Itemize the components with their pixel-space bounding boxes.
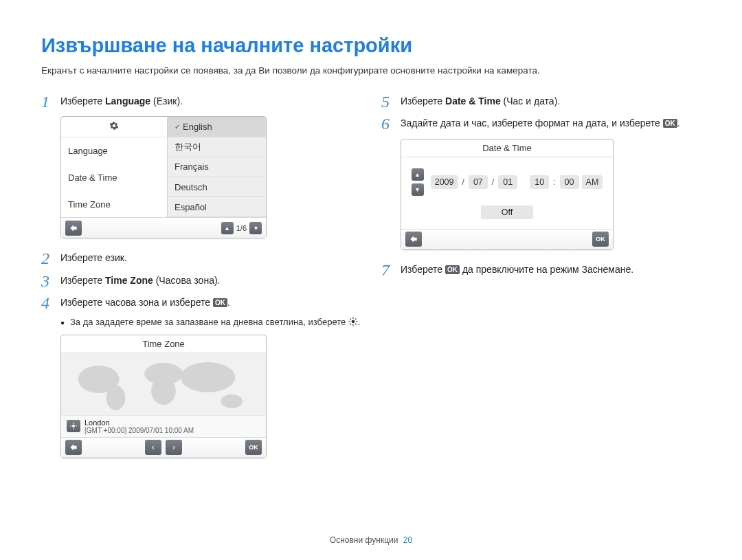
bullet-icon: ● (60, 317, 70, 329)
step-4-suffix: . (227, 297, 230, 308)
step-3-bold: Time Zone (105, 275, 153, 286)
page-up-button[interactable]: ▴ (221, 222, 234, 234)
step-5-suffix: (Час и дата). (501, 96, 561, 107)
language-screen: Language Date & Time Time Zone English 한… (60, 116, 267, 238)
menu-date-time[interactable]: Date & Time (61, 164, 167, 191)
date-sep: / (491, 177, 495, 187)
step-number: 1 (41, 93, 60, 111)
day-field[interactable]: 01 (498, 175, 517, 189)
step-2-text: Изберете език. (60, 249, 127, 263)
step-4b-text: За да зададете време за запазване на дне… (70, 317, 348, 327)
tz-city: London (85, 418, 194, 427)
step-6: 6 Задайте дата и час, изберете формат на… (381, 115, 701, 133)
ok-icon: OK (663, 119, 677, 128)
step-7-text-a: Изберете (401, 264, 445, 275)
tz-gmt-info: [GMT +00:00] 2009/07/01 10:00 AM (85, 427, 194, 434)
hour-field[interactable]: 10 (530, 175, 549, 189)
step-4-bullet: ● За да зададете време за запазване на д… (60, 317, 361, 329)
svg-line-8 (355, 318, 357, 320)
minute-field[interactable]: 00 (560, 175, 579, 189)
tz-info-bar: London [GMT +00:00] 2009/07/01 10:00 AM (61, 415, 266, 437)
sun-icon (348, 317, 358, 328)
timezone-screen: Time Zone (60, 335, 267, 458)
step-3-prefix: Изберете (60, 275, 105, 286)
menu-time-zone[interactable]: Time Zone (61, 191, 167, 218)
prev-button[interactable]: ‹ (145, 440, 161, 455)
date-format-off[interactable]: Off (481, 205, 533, 219)
value-down-button[interactable]: ▾ (412, 183, 424, 196)
svg-line-5 (350, 318, 351, 320)
pager: ▴ 1/6 ▾ (221, 222, 262, 234)
time-sep: : (552, 177, 556, 187)
step-3-suffix: (Часова зона). (153, 275, 221, 286)
svg-point-13 (151, 377, 176, 405)
lang-espanol[interactable]: Español (168, 197, 266, 217)
ok-button[interactable]: OK (245, 440, 262, 455)
ok-button[interactable]: OK (592, 232, 609, 247)
step-number: 4 (41, 294, 60, 312)
page-down-button[interactable]: ▾ (249, 222, 262, 234)
step-6-text-b: . (677, 117, 680, 128)
year-field[interactable]: 2009 (431, 175, 458, 189)
step-1: 1 Изберете Language (Език). (41, 93, 361, 111)
step-5: 5 Изберете Date & Time (Час и дата). (381, 93, 701, 111)
step-7: 7 Изберете OK да превключите на режим За… (381, 261, 701, 279)
settings-header (61, 117, 167, 137)
dst-button[interactable] (67, 420, 80, 432)
step-4-prefix: Изберете часова зона и изберете (60, 297, 213, 308)
step-2: 2 Изберете език. (41, 249, 361, 267)
page-footer: Основни функции 20 (0, 535, 742, 545)
step-3: 3 Изберете Time Zone (Часова зона). (41, 272, 361, 290)
lang-korean[interactable]: 한국어 (168, 137, 266, 157)
pager-label: 1/6 (236, 224, 247, 232)
date-sep: / (461, 177, 466, 187)
footer-label: Основни функции (330, 535, 398, 545)
back-button[interactable] (65, 440, 82, 455)
tz-title: Time Zone (61, 335, 266, 353)
lang-english[interactable]: English (168, 117, 266, 137)
step-6-text-a: Задайте дата и час, изберете формат на д… (401, 117, 663, 128)
page-title: Извършване на началните настройки (41, 34, 701, 57)
intro-text: Екранът с началните настройки се появява… (41, 65, 701, 76)
step-5-bold: Date & Time (445, 96, 501, 107)
month-field[interactable]: 07 (469, 175, 488, 189)
next-button[interactable]: › (166, 440, 182, 455)
footer-page-number: 20 (403, 535, 412, 545)
step-4: 4 Изберете часова зона и изберете OK. (41, 294, 361, 312)
svg-point-0 (351, 320, 355, 323)
value-up-button[interactable]: ▴ (412, 168, 424, 181)
lang-francais[interactable]: Français (168, 157, 266, 177)
back-button[interactable] (405, 232, 422, 247)
step-7-text-b: да превключите на режим Заснемане. (460, 264, 633, 275)
ok-icon: OK (213, 298, 227, 307)
step-1-suffix: (Език). (150, 96, 183, 107)
svg-line-7 (350, 323, 351, 324)
step-number: 6 (381, 115, 401, 133)
world-map[interactable] (61, 353, 266, 415)
svg-point-14 (181, 362, 235, 392)
svg-point-16 (72, 425, 75, 427)
lang-deutsch[interactable]: Deutsch (168, 177, 266, 197)
ampm-field[interactable]: AM (582, 175, 603, 189)
gear-icon (109, 121, 119, 133)
datetime-screen: Date & Time ▴ ▾ 2009 / 07 / 01 10 : 00 (401, 139, 614, 250)
back-button[interactable] (65, 221, 82, 236)
ok-icon: OK (445, 265, 460, 274)
menu-language[interactable]: Language (61, 137, 167, 164)
step-number: 7 (381, 261, 401, 279)
step-number: 2 (41, 249, 60, 267)
step-1-bold: Language (105, 96, 150, 107)
step-1-prefix: Изберете (60, 96, 105, 107)
svg-point-15 (221, 394, 243, 408)
dt-title: Date & Time (401, 139, 613, 157)
svg-line-6 (355, 323, 357, 324)
svg-point-11 (106, 385, 126, 410)
step-number: 5 (381, 93, 401, 111)
step-number: 3 (41, 272, 60, 290)
step-5-prefix: Изберете (401, 96, 445, 107)
